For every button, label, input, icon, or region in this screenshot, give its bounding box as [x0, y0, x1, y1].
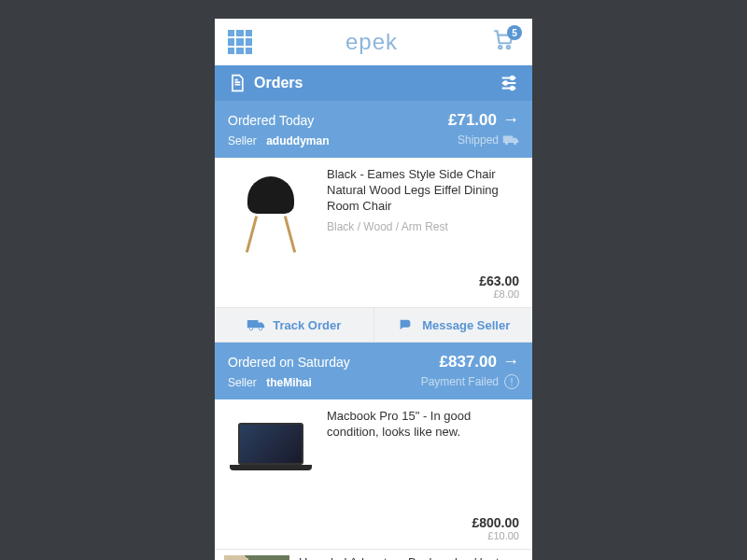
truck-icon — [502, 134, 519, 146]
alert-icon: ! — [504, 374, 519, 389]
chat-icon — [396, 317, 415, 332]
seller-name: aduddyman — [266, 134, 329, 147]
product-row[interactable]: Macbook Pro 15" - In good condition, loo… — [215, 399, 532, 511]
order-total: £837.00 — [440, 353, 497, 371]
track-order-label: Track Order — [273, 318, 341, 332]
top-bar: epek 5 — [215, 19, 532, 65]
filter-icon[interactable] — [499, 73, 519, 93]
product-row[interactable]: Herschel Adventure Backpack w/ laptop po… — [215, 549, 532, 560]
arrow-right-icon: → — [502, 110, 519, 130]
price-sub: £8.00 — [215, 288, 519, 300]
svg-point-5 — [505, 142, 508, 145]
seller-name: theMihai — [266, 376, 312, 389]
action-bar: Track Order Message Seller — [215, 307, 532, 343]
truck-icon — [247, 317, 265, 332]
price-main: £63.00 — [215, 273, 519, 288]
order-header[interactable]: Ordered on Saturday £837.00 → Seller the… — [215, 343, 532, 399]
order-status: Payment Failed ! — [421, 374, 519, 389]
price-main: £800.00 — [215, 515, 519, 530]
order-header[interactable]: Ordered Today £71.00 → Seller aduddyman … — [215, 101, 532, 158]
seller-label: Seller — [228, 134, 257, 147]
product-title: Black - Eames Style Side Chair Natural W… — [327, 167, 523, 215]
svg-point-2 — [511, 77, 514, 80]
product-prices: £63.00 £8.00 — [215, 270, 532, 307]
price-sub: £10.00 — [215, 530, 519, 541]
product-title: Herschel Adventure Backpack w/ laptop po… — [299, 555, 523, 560]
cart-button[interactable]: 5 — [491, 28, 519, 56]
arrow-right-icon: → — [502, 352, 519, 371]
message-seller-label: Message Seller — [422, 318, 510, 332]
svg-point-0 — [499, 46, 501, 49]
orders-list[interactable]: Ordered Today £71.00 → Seller aduddyman … — [215, 101, 532, 560]
svg-point-8 — [260, 328, 262, 330]
product-image — [224, 409, 317, 502]
app-logo: epek — [345, 29, 398, 55]
order-date: Ordered Today — [228, 113, 314, 128]
product-variant: Black / Wood / Arm Rest — [327, 220, 523, 233]
page-title: Orders — [254, 75, 303, 91]
svg-point-6 — [514, 142, 516, 145]
product-image — [224, 167, 317, 260]
product-row[interactable]: Black - Eames Style Side Chair Natural W… — [215, 158, 532, 270]
message-seller-button[interactable]: Message Seller — [374, 308, 533, 342]
svg-point-7 — [250, 328, 253, 330]
product-image — [224, 555, 289, 560]
svg-point-1 — [507, 46, 510, 49]
document-icon — [228, 74, 247, 92]
svg-point-3 — [504, 81, 508, 85]
product-title: Macbook Pro 15" - In good condition, loo… — [327, 409, 523, 441]
order-status: Shipped — [458, 133, 519, 147]
svg-point-4 — [511, 87, 514, 91]
order-total: £71.00 — [448, 111, 497, 130]
page-titlebar: Orders — [215, 65, 532, 101]
order-date: Ordered on Saturday — [228, 355, 350, 370]
cart-badge: 5 — [507, 25, 522, 40]
app-frame: epek 5 Orders Ordered Today £71.00 → — [215, 19, 532, 560]
track-order-button[interactable]: Track Order — [215, 308, 374, 342]
seller-label: Seller — [228, 376, 257, 389]
product-prices: £800.00 £10.00 — [215, 511, 532, 549]
menu-grid-icon[interactable] — [228, 30, 252, 54]
